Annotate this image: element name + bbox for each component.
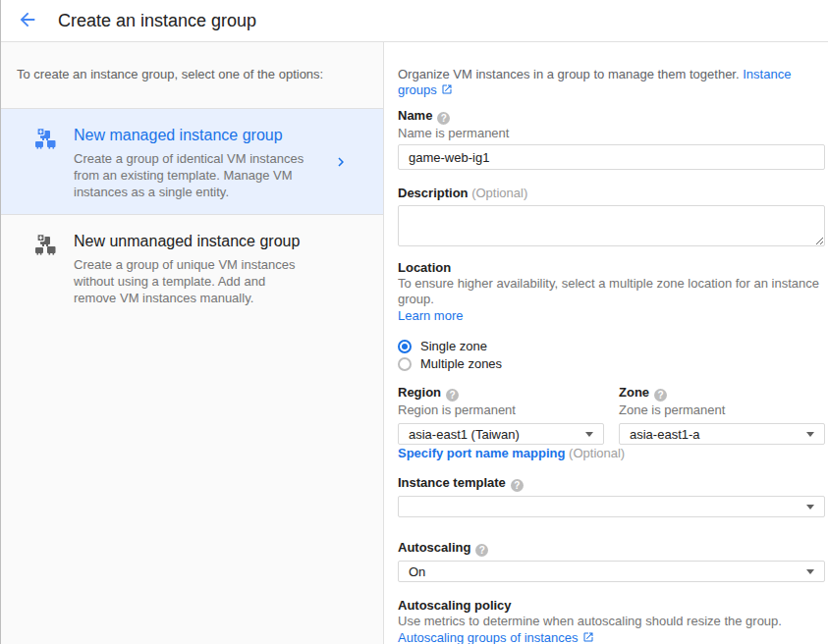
port-mapping-link[interactable]: Specify port name mapping (398, 446, 565, 460)
help-icon[interactable]: ? (437, 112, 450, 125)
help-icon[interactable]: ? (654, 389, 667, 402)
dropdown-caret-icon (585, 432, 593, 437)
description-label: Description (Optional) (398, 186, 825, 200)
form-intro: Organize VM instances in a group to mana… (398, 67, 825, 98)
create-instance-group-page: Create an instance group To create an in… (0, 0, 828, 644)
autoscaling-select[interactable]: On (398, 561, 825, 582)
region-select[interactable]: asia-east1 (Taiwan) (398, 423, 604, 445)
description-textarea[interactable] (398, 205, 825, 246)
instance-template-label: Instance template? (398, 475, 825, 492)
external-link-icon (437, 82, 453, 97)
page-title: Create an instance group (58, 11, 256, 31)
option-sidebar: To create an instance group, select one … (1, 42, 384, 644)
instance-template-select[interactable] (398, 496, 825, 517)
chevron-right-icon (332, 153, 350, 175)
zone-sublabel: Zone is permanent (619, 402, 825, 417)
sidebar-intro: To create an instance group, select one … (1, 42, 383, 108)
region-label: Region? (398, 385, 604, 402)
dropdown-caret-icon (806, 432, 814, 437)
radio-selected-icon (398, 340, 412, 353)
radio-unselected-icon (398, 357, 412, 371)
instance-group-icon (33, 234, 57, 257)
name-input[interactable] (398, 144, 825, 170)
option-description: Create a group of identical VM instances… (74, 150, 311, 200)
zone-radio-group: Single zone Multiple zones (398, 339, 825, 372)
autoscaling-policy-help-text: Use metrics to determine when autoscalin… (398, 614, 825, 629)
zone-select[interactable]: asia-east1-a (619, 423, 825, 445)
option-description: Create a group of unique VM instances wi… (74, 256, 311, 306)
instance-group-icon (33, 128, 57, 151)
location-help-text: To ensure higher availability, select a … (398, 276, 825, 307)
autoscaling-label: Autoscaling? (398, 540, 825, 557)
radio-single-zone[interactable]: Single zone (398, 339, 825, 354)
region-sublabel: Region is permanent (398, 402, 604, 417)
learn-more-link[interactable]: Learn more (398, 308, 463, 323)
dropdown-caret-icon (806, 505, 814, 510)
location-label: Location (398, 260, 825, 275)
back-arrow-icon (17, 9, 38, 33)
radio-multiple-zones[interactable]: Multiple zones (398, 356, 825, 372)
name-sublabel: Name is permanent (398, 126, 825, 140)
back-button[interactable] (16, 9, 39, 32)
external-link-icon (579, 630, 594, 644)
page-header: Create an instance group (1, 0, 828, 42)
zone-label: Zone? (619, 385, 825, 402)
option-managed-instance-group[interactable]: New managed instance group Create a grou… (1, 108, 383, 214)
instance-group-form: Organize VM instances in a group to mana… (384, 42, 828, 644)
autoscaling-policy-label: Autoscaling policy (398, 598, 825, 613)
help-icon[interactable]: ? (511, 479, 524, 492)
help-icon[interactable]: ? (475, 544, 488, 557)
dropdown-caret-icon (806, 569, 814, 574)
option-title: New unmanaged instance group (74, 232, 311, 250)
option-unmanaged-instance-group[interactable]: New unmanaged instance group Create a gr… (1, 214, 383, 320)
name-label: Name? (398, 108, 825, 125)
autoscaling-groups-link[interactable]: Autoscaling groups of instances (398, 630, 579, 644)
option-title: New managed instance group (74, 126, 311, 144)
help-icon[interactable]: ? (446, 389, 459, 402)
port-mapping-row: Specify port name mapping (Optional) (398, 446, 825, 461)
